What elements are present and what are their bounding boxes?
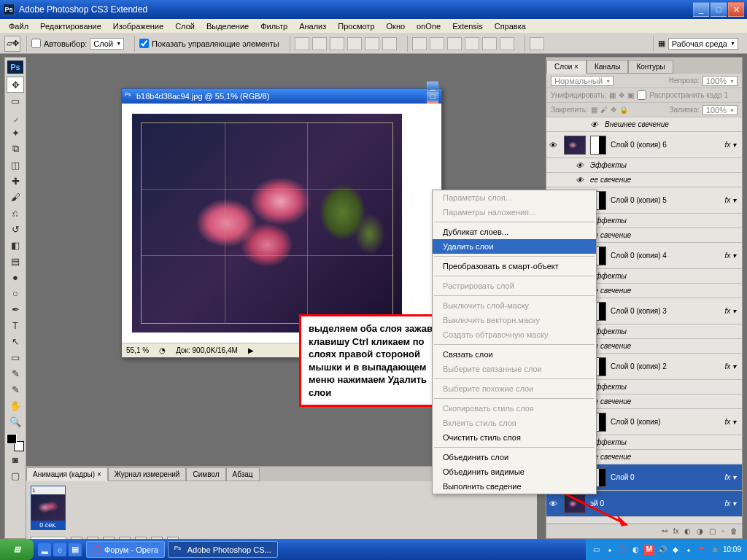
fx-badge[interactable]: fx ▾ bbox=[724, 362, 739, 370]
fx-badge[interactable]: fx ▾ bbox=[724, 499, 739, 508]
close-button[interactable]: ✕ bbox=[728, 2, 744, 17]
taskbar-photoshop[interactable]: PsAdobe Photoshop CS... bbox=[168, 541, 278, 558]
menu-Выделение[interactable]: Выделение bbox=[201, 20, 255, 32]
lock-pixels-icon[interactable]: ▦ bbox=[591, 106, 597, 114]
fx-badge[interactable]: fx ▾ bbox=[724, 307, 739, 315]
dist-btn[interactable] bbox=[447, 37, 462, 50]
fx-badge[interactable]: fx ▾ bbox=[724, 196, 739, 204]
tray-volume-icon[interactable]: 🔊 bbox=[657, 545, 667, 555]
adjustment-icon[interactable]: ◑ bbox=[697, 527, 703, 535]
menu-Фильтр[interactable]: Фильтр bbox=[255, 20, 293, 32]
eyedropper-tool[interactable]: ✎ bbox=[7, 381, 24, 397]
align-btn[interactable] bbox=[312, 37, 327, 50]
ql-app[interactable]: ▦ bbox=[69, 543, 82, 556]
new-layer-icon[interactable]: ▫ bbox=[721, 527, 724, 535]
tray-icon[interactable]: ☂ bbox=[697, 545, 707, 555]
visibility-icon[interactable]: 👁 bbox=[549, 141, 560, 149]
align-btn[interactable] bbox=[295, 37, 309, 50]
menu-Анализ[interactable]: Анализ bbox=[293, 20, 332, 32]
panel-tab-Слои[interactable]: Слои × bbox=[546, 60, 587, 74]
mask-icon[interactable]: ◐ bbox=[684, 527, 691, 535]
color-swatches[interactable] bbox=[7, 434, 24, 451]
taskbar-opera[interactable]: ◯Форум - Opera bbox=[86, 541, 165, 558]
visibility-icon[interactable]: 👁 bbox=[549, 499, 560, 508]
document-canvas[interactable] bbox=[122, 104, 441, 343]
unify-icon[interactable]: ▦ bbox=[609, 91, 616, 99]
path-tool[interactable]: ↖ bbox=[7, 333, 24, 349]
menu-Изображение[interactable]: Изображение bbox=[107, 20, 169, 32]
go-bridge-icon[interactable]: ▦ bbox=[658, 39, 665, 48]
tray-icon[interactable]: ◆ bbox=[670, 545, 681, 555]
align-btn[interactable] bbox=[365, 37, 379, 50]
history-brush-tool[interactable]: ↺ bbox=[7, 221, 24, 237]
menu-onOne[interactable]: onOne bbox=[411, 20, 446, 32]
auto-select-target[interactable]: Слой bbox=[90, 38, 124, 50]
transform-bounds[interactable] bbox=[141, 122, 393, 324]
doc-maximize[interactable]: □ bbox=[427, 91, 438, 101]
dist-btn[interactable] bbox=[500, 37, 514, 50]
layer-effect-row[interactable]: 👁ее свечение bbox=[546, 173, 742, 187]
link-icon[interactable]: ⚯ bbox=[662, 527, 667, 535]
dist-btn[interactable] bbox=[482, 37, 497, 50]
fx-badge[interactable]: fx ▾ bbox=[724, 473, 739, 481]
layer-effect-row[interactable]: 👁Внешнее свечение bbox=[546, 117, 742, 132]
type-tool[interactable]: T bbox=[7, 317, 24, 333]
visibility-icon[interactable]: 👁 bbox=[576, 176, 586, 184]
align-btn[interactable] bbox=[382, 37, 397, 50]
blur-tool[interactable]: ● bbox=[7, 269, 24, 285]
document-titlebar[interactable]: Ps b18b4d38ac94.jpg @ 55,1% (RGB/8) _ □ … bbox=[122, 89, 441, 104]
menu-Слой[interactable]: Слой bbox=[169, 20, 201, 32]
brush-tool[interactable]: 🖌 bbox=[7, 189, 24, 205]
slice-tool[interactable]: ◫ bbox=[7, 157, 24, 173]
lock-move-icon[interactable]: ✥ bbox=[611, 106, 616, 114]
start-button[interactable]: ⊞ bbox=[0, 539, 34, 560]
blend-mode[interactable]: Нормальный bbox=[551, 76, 614, 86]
menu-Справка[interactable]: Справка bbox=[489, 20, 532, 32]
unify-icon[interactable]: ▣ bbox=[627, 91, 634, 99]
panel-tab-Контуры[interactable]: Контуры bbox=[628, 60, 673, 74]
maximize-button[interactable]: □ bbox=[711, 2, 727, 17]
layer-row[interactable]: 👁Слой 0 (копия) 6fx ▾ bbox=[546, 132, 742, 158]
ctx-item[interactable]: Дубликат слоев... bbox=[433, 225, 596, 239]
fx-badge[interactable]: fx ▾ bbox=[724, 252, 739, 260]
doc-minimize[interactable]: _ bbox=[427, 81, 438, 91]
crop-tool[interactable]: ⧉ bbox=[7, 141, 24, 157]
menu-Просмотр[interactable]: Просмотр bbox=[332, 20, 380, 32]
healing-tool[interactable]: ✚ bbox=[7, 173, 24, 189]
trash-icon[interactable]: 🗑 bbox=[730, 527, 738, 535]
shape-tool[interactable]: ▭ bbox=[7, 349, 24, 365]
zoom-tool[interactable]: 🔍 bbox=[7, 413, 24, 429]
fill-value[interactable]: 100% bbox=[703, 105, 738, 115]
propagate-checkbox[interactable] bbox=[637, 90, 646, 100]
ql-desktop[interactable]: ▂ bbox=[38, 543, 51, 556]
lock-all-icon[interactable]: 🔒 bbox=[619, 106, 628, 114]
wand-tool[interactable]: ✦ bbox=[7, 125, 24, 141]
anim-tab[interactable]: Журнал измерений bbox=[108, 467, 187, 481]
ql-ie[interactable]: e bbox=[53, 543, 66, 556]
ctx-item[interactable]: Преобразовать в смарт-объект bbox=[433, 259, 596, 273]
ctx-item[interactable]: Связать слои bbox=[433, 347, 596, 362]
lasso-tool[interactable]: ◞ bbox=[7, 109, 24, 125]
tray-icon[interactable]: a bbox=[710, 545, 720, 555]
panel-tab-Каналы[interactable]: Каналы bbox=[587, 60, 629, 74]
auto-align-btn[interactable] bbox=[530, 37, 544, 50]
ctx-item[interactable]: Объединить видимые bbox=[433, 464, 596, 479]
move-tool[interactable]: ✥ bbox=[7, 77, 24, 93]
layer-row[interactable]: 👁эй 0fx ▾ bbox=[546, 491, 742, 517]
opacity-value[interactable]: 100% bbox=[703, 76, 738, 86]
tray-icon[interactable]: ◐ bbox=[631, 545, 641, 555]
tray-icon[interactable]: ⬥ bbox=[684, 545, 694, 555]
dodge-tool[interactable]: ○ bbox=[7, 285, 24, 301]
dist-btn[interactable] bbox=[430, 37, 444, 50]
align-btn[interactable] bbox=[330, 37, 344, 50]
anim-tab[interactable]: Анимация (кадры) × bbox=[26, 467, 108, 481]
zoom-value[interactable]: 55,1 % bbox=[126, 346, 149, 354]
ctx-item[interactable]: Объединить слои bbox=[433, 450, 596, 464]
animation-frame-1[interactable]: 1 0 сек. bbox=[31, 486, 66, 530]
pen-tool[interactable]: ✒ bbox=[7, 301, 24, 317]
anim-tab[interactable]: Абзац bbox=[226, 467, 260, 481]
menu-Extensis[interactable]: Extensis bbox=[446, 20, 489, 32]
notes-tool[interactable]: ✎ bbox=[7, 365, 24, 381]
workspace-selector[interactable]: Рабочая среда bbox=[668, 38, 738, 50]
unify-icon[interactable]: ✥ bbox=[619, 91, 624, 99]
